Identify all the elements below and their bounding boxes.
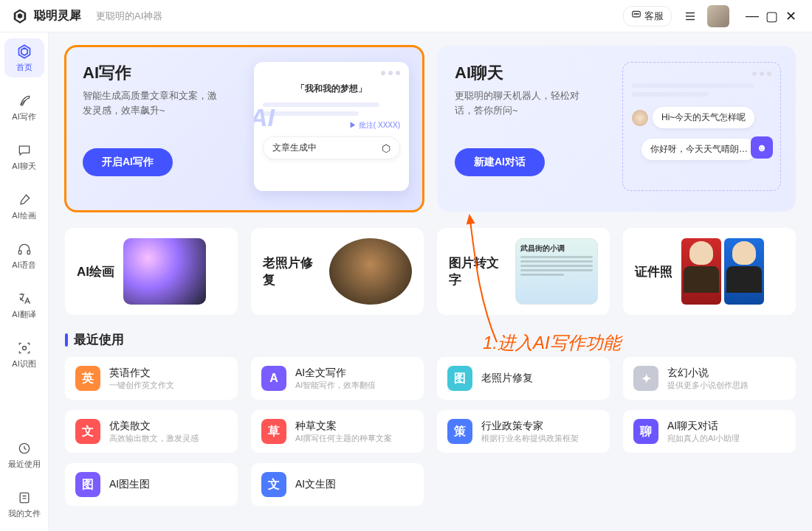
app-logo-icon xyxy=(12,8,28,24)
chat-bubble-user: Hi~今天的天气怎样呢 xyxy=(653,107,754,128)
recent-card-title: AI图生图 xyxy=(109,478,150,491)
recent-card-icon: A xyxy=(261,366,286,391)
recent-card-9[interactable]: 文AI文生图 xyxy=(251,463,424,506)
ai-watermark: AI xyxy=(254,103,275,132)
clock-icon xyxy=(16,440,33,457)
svg-point-3 xyxy=(638,13,639,14)
recent-card-icon: 图 xyxy=(75,472,100,497)
home-icon xyxy=(16,43,33,60)
sidebar-item-files[interactable]: 我的文件 xyxy=(4,485,44,524)
folder-icon xyxy=(16,489,33,507)
recent-card-3[interactable]: ✦玄幻小说提供更多小说创作思路 xyxy=(623,357,796,400)
sidebar-item-ocr[interactable]: AI识图 xyxy=(4,335,44,374)
recent-card-icon: 文 xyxy=(261,472,286,497)
recent-card-8[interactable]: 图AI图生图 xyxy=(65,463,238,506)
recent-card-1[interactable]: AAI全文写作AI智能写作，效率翻倍 xyxy=(251,357,424,400)
recent-card-title: 英语作文 xyxy=(109,367,174,380)
sidebar-item-write[interactable]: AI写作 xyxy=(4,88,44,127)
recent-card-icon: 英 xyxy=(75,366,100,391)
recent-card-4[interactable]: 文优美散文高效输出散文，激发灵感 xyxy=(65,410,238,453)
mock-doc-title: 「我和我的梦想」 xyxy=(263,83,400,95)
tile-id-photo[interactable]: 证件照 xyxy=(623,228,796,315)
recent-card-icon: 聊 xyxy=(633,419,658,444)
recent-card-2[interactable]: 图老照片修复 xyxy=(437,357,610,400)
chat-preview-window: ☻ Hi~今天的天气怎样呢 你好呀，今天天气晴朗… ⬡ xyxy=(622,62,781,191)
recent-card-0[interactable]: 英英语作文一键创作英文作文 xyxy=(65,357,238,400)
window-maximize-button[interactable]: ▢ xyxy=(762,8,781,24)
sidebar: 首页 AI写作 AI聊天 AI绘画 AI语音 AI翻译 AI识图 最 xyxy=(0,32,49,531)
hex-icon: ⬡ xyxy=(382,142,390,154)
chat-float-icon: ☻ xyxy=(751,136,773,159)
recent-card-subtitle: AI撰写任何主题的种草文案 xyxy=(295,433,392,444)
recent-card-5[interactable]: 草种草文案AI撰写任何主题的种草文案 xyxy=(251,410,424,453)
hero-write-subtitle: 智能生成高质量文章和文案，激发灵感，效率飙升~ xyxy=(83,88,223,117)
feather-icon xyxy=(16,92,33,110)
title-bar: 聪明灵犀 更聪明的AI神器 客服 — ▢ ✕ xyxy=(0,0,812,32)
chat-bubble-icon xyxy=(631,10,641,22)
sidebar-item-recent[interactable]: 最近使用 xyxy=(4,435,44,474)
recent-card-title: 种草文案 xyxy=(295,420,392,433)
paint-thumbnail xyxy=(123,238,206,305)
customer-service-button[interactable]: 客服 xyxy=(623,6,672,27)
main-content: AI写作 智能生成高质量文章和文案，激发灵感，效率飙升~ 开启AI写作 「我和我… xyxy=(49,32,812,531)
recent-card-6[interactable]: 策行业政策专家根据行业名称提供政策框架 xyxy=(437,410,610,453)
sidebar-item-chat[interactable]: AI聊天 xyxy=(4,137,44,176)
hamburger-menu-icon[interactable] xyxy=(681,7,700,26)
write-preview-window: 「我和我的梦想」 AI ▶ 批注( XXXX) 文章生成中 ⬡ xyxy=(254,62,409,191)
sidebar-item-voice[interactable]: AI语音 xyxy=(4,236,44,275)
photo-thumbnail xyxy=(329,238,412,305)
tile-ocr[interactable]: 图片转文字 武昌街的小调 xyxy=(437,228,610,315)
app-name: 聪明灵犀 xyxy=(34,8,81,24)
svg-rect-11 xyxy=(20,493,29,502)
window-close-button[interactable]: ✕ xyxy=(781,8,800,24)
tile-photo-restore[interactable]: 老照片修复 xyxy=(251,228,424,315)
translate-icon xyxy=(16,290,33,308)
sidebar-item-translate[interactable]: AI翻译 xyxy=(4,285,44,324)
recent-card-subtitle: 提供更多小说创作思路 xyxy=(667,380,749,391)
sidebar-item-home[interactable]: 首页 xyxy=(4,38,44,77)
recent-card-title: 玄幻小说 xyxy=(667,367,749,380)
recent-card-icon: ✦ xyxy=(633,366,658,391)
user-mini-avatar xyxy=(632,110,648,126)
mock-annotation-note: ▶ 批注( XXXX) xyxy=(263,120,400,131)
recent-card-subtitle: 一键创作英文作文 xyxy=(109,380,174,391)
brush-icon xyxy=(16,191,33,209)
svg-point-9 xyxy=(22,347,26,350)
chat-bubble-ai: 你好呀，今天天气晴朗… xyxy=(641,139,757,160)
recent-card-icon: 图 xyxy=(447,366,472,391)
headphone-icon xyxy=(16,240,33,258)
ocr-thumbnail: 武昌街的小调 xyxy=(515,238,598,305)
svg-point-1 xyxy=(634,13,635,14)
recent-card-title: 优美散文 xyxy=(109,420,199,433)
recent-card-7[interactable]: 聊AI聊天对话宛如真人的AI小助理 xyxy=(623,410,796,453)
user-avatar[interactable] xyxy=(707,5,729,27)
recent-card-title: 行业政策专家 xyxy=(481,420,579,433)
recent-card-subtitle: 高效输出散文，激发灵感 xyxy=(109,433,199,444)
scan-icon xyxy=(16,339,33,357)
new-ai-chat-button[interactable]: 新建AI对话 xyxy=(455,148,545,176)
recent-card-title: AI聊天对话 xyxy=(667,420,740,433)
recent-card-subtitle: AI智能写作，效率翻倍 xyxy=(295,380,376,391)
hero-chat-subtitle: 更聪明的聊天机器人，轻松对话，答你所问~ xyxy=(455,88,595,117)
chat-icon xyxy=(16,142,33,159)
app-tagline: 更聪明的AI神器 xyxy=(96,10,162,23)
recent-section-header: 最近使用 xyxy=(65,331,796,348)
recent-card-title: 老照片修复 xyxy=(481,372,533,385)
recent-card-icon: 策 xyxy=(447,419,472,444)
svg-rect-7 xyxy=(18,251,21,254)
start-ai-write-button[interactable]: 开启AI写作 xyxy=(83,148,173,176)
svg-point-2 xyxy=(636,13,636,14)
recent-card-icon: 文 xyxy=(75,419,100,444)
recent-card-title: AI全文写作 xyxy=(295,367,376,380)
recent-card-subtitle: 根据行业名称提供政策框架 xyxy=(481,433,579,444)
recent-card-subtitle: 宛如真人的AI小助理 xyxy=(667,433,740,444)
id-photo-thumbnail xyxy=(681,238,764,305)
svg-rect-8 xyxy=(27,251,30,254)
hero-card-chat[interactable]: AI聊天 更聪明的聊天机器人，轻松对话，答你所问~ 新建AI对话 ☻ Hi~今天… xyxy=(437,46,796,212)
window-minimize-button[interactable]: — xyxy=(743,8,762,24)
hero-card-write[interactable]: AI写作 智能生成高质量文章和文案，激发灵感，效率飙升~ 开启AI写作 「我和我… xyxy=(65,46,424,212)
tile-ai-paint[interactable]: AI绘画 xyxy=(65,228,238,315)
mock-generating-status: 文章生成中 ⬡ xyxy=(263,136,400,159)
sidebar-item-paint[interactable]: AI绘画 xyxy=(4,187,44,226)
recent-card-title: AI文生图 xyxy=(295,478,336,491)
